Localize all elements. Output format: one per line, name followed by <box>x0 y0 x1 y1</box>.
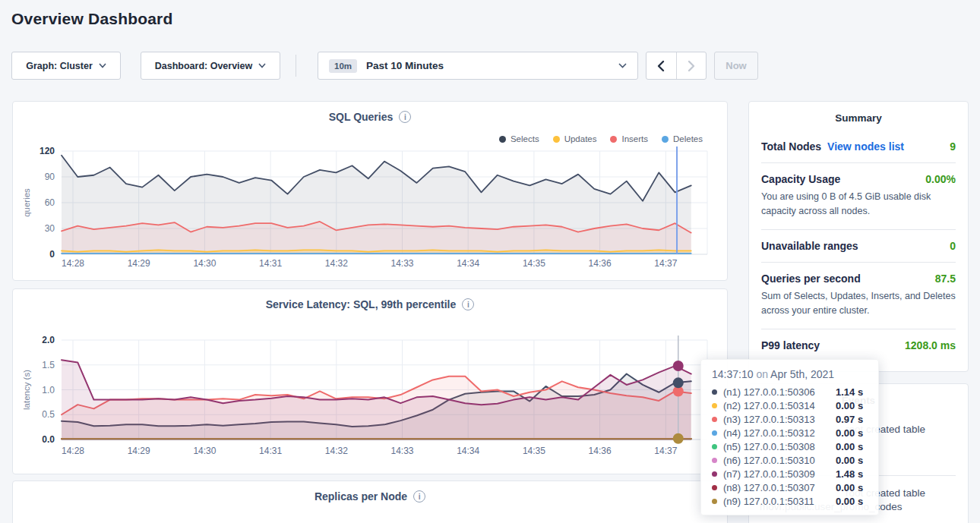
service-latency-chart[interactable]: 14:2814:2914:3014:3114:3214:3314:3414:35… <box>13 289 729 475</box>
graph-dropdown-label: Graph: Cluster <box>26 61 93 71</box>
svg-text:14:36: 14:36 <box>589 258 612 269</box>
chevron-down-icon <box>618 63 627 68</box>
svg-text:14:32: 14:32 <box>325 258 348 269</box>
tooltip-node-row: (n6) 127.0.0.1:503100.00 s <box>712 453 868 467</box>
svg-text:14:28: 14:28 <box>62 258 84 269</box>
time-prev-button[interactable] <box>646 52 676 79</box>
svg-text:14:34: 14:34 <box>457 258 479 269</box>
series-color-dot <box>712 417 717 422</box>
graph-dropdown[interactable]: Graph: Cluster <box>11 52 121 80</box>
tooltip-node-label: (n6) 127.0.0.1:50310 <box>723 455 836 466</box>
tooltip-node-row: (n5) 127.0.0.1:503080.00 s <box>712 440 868 453</box>
chart-hover-tooltip: 14:37:10 on Apr 5th, 2021 (n1) 127.0.0.1… <box>700 359 879 515</box>
tooltip-node-row: (n1) 127.0.0.1:503061.14 s <box>712 385 868 399</box>
svg-text:14:30: 14:30 <box>193 258 216 269</box>
sql-queries-card: SQL Queries i Selects Updates Inserts De… <box>12 101 728 281</box>
summary-value: 9 <box>950 140 956 153</box>
svg-text:14:29: 14:29 <box>128 258 150 269</box>
svg-text:14:34: 14:34 <box>457 446 479 456</box>
divider <box>761 262 956 263</box>
svg-text:14:37: 14:37 <box>654 258 677 269</box>
chevron-down-icon <box>258 63 266 68</box>
summary-row-p99: P99 latency 1208.0 ms <box>761 339 956 351</box>
svg-text:14:37: 14:37 <box>654 446 677 456</box>
svg-text:14:33: 14:33 <box>390 258 413 269</box>
svg-text:14:30: 14:30 <box>193 446 216 456</box>
time-range-dropdown[interactable]: 10m Past 10 Minutes <box>318 52 638 80</box>
dashboard-dropdown[interactable]: Dashboard: Overview <box>141 52 280 80</box>
series-color-dot <box>712 444 717 449</box>
replicas-per-node-card: Replicas per Node i <box>12 480 728 523</box>
tooltip-node-value: 0.97 s <box>836 414 863 425</box>
svg-text:14:36: 14:36 <box>589 446 612 456</box>
summary-row-unavailable-ranges: Unavailable ranges 0 <box>761 240 956 252</box>
divider <box>761 329 956 329</box>
summary-desc: Sum of Selects, Updates, Inserts, and De… <box>761 289 956 319</box>
tooltip-node-label: (n8) 127.0.0.1:50307 <box>723 482 836 493</box>
svg-text:0: 0 <box>49 249 55 260</box>
service-latency-card: Service Latency: SQL, 99th percentile i … <box>12 288 728 474</box>
summary-row-capacity: Capacity Usage 0.00% <box>761 173 956 185</box>
summary-value: 1208.0 ms <box>905 339 956 351</box>
tooltip-node-value: 0.00 s <box>836 427 863 439</box>
chevron-down-icon <box>99 63 106 68</box>
info-icon[interactable]: i <box>413 490 425 503</box>
summary-label: P99 latency <box>761 339 820 351</box>
tooltip-node-label: (n3) 127.0.0.1:50313 <box>723 414 836 425</box>
tooltip-node-value: 0.00 s <box>836 400 863 411</box>
svg-text:0.0: 0.0 <box>42 434 55 445</box>
tooltip-node-value: 1.48 s <box>836 468 863 480</box>
time-next-button[interactable] <box>676 52 707 79</box>
time-step-buttons <box>646 52 707 80</box>
time-range-label: Past 10 Minutes <box>366 60 444 71</box>
svg-text:14:31: 14:31 <box>259 446 282 456</box>
tooltip-node-value: 0.00 s <box>836 441 863 452</box>
series-color-dot <box>712 499 717 504</box>
summary-label: Queries per second <box>761 273 861 285</box>
divider <box>761 229 956 230</box>
dashboard-dropdown-label: Dashboard: Overview <box>155 61 253 71</box>
tooltip-node-value: 0.00 s <box>836 496 863 507</box>
divider <box>761 162 956 163</box>
series-color-dot <box>712 430 717 436</box>
series-color-dot <box>712 389 717 395</box>
view-nodes-list-link[interactable]: View nodes list <box>827 140 904 153</box>
chart-title-text: Replicas per Node <box>315 490 407 503</box>
summary-label: Total Nodes <box>761 140 821 153</box>
svg-text:14:33: 14:33 <box>390 446 413 456</box>
summary-value: 0.00% <box>925 173 956 185</box>
tooltip-node-label: (n2) 127.0.0.1:50314 <box>723 400 836 411</box>
svg-text:14:31: 14:31 <box>259 258 282 269</box>
tooltip-node-label: (n4) 127.0.0.1:50312 <box>723 427 836 439</box>
tooltip-node-label: (n9) 127.0.0.1:50311 <box>723 496 836 507</box>
series-color-dot <box>712 403 717 408</box>
svg-text:latency (s): latency (s) <box>22 370 31 410</box>
svg-text:30: 30 <box>45 223 55 234</box>
summary-desc: You are using 0 B of 4.5 GiB usable disk… <box>761 190 956 219</box>
replicas-per-node-title: Replicas per Node i <box>13 490 727 503</box>
svg-text:14:28: 14:28 <box>62 446 84 456</box>
time-range-badge: 10m <box>329 59 357 73</box>
tooltip-node-row: (n3) 127.0.0.1:503130.97 s <box>712 412 868 426</box>
tooltip-node-row: (n9) 127.0.0.1:503110.00 s <box>712 494 868 508</box>
summary-label: Capacity Usage <box>761 173 840 185</box>
svg-text:60: 60 <box>45 197 55 208</box>
svg-text:0.5: 0.5 <box>42 409 55 420</box>
now-button[interactable]: Now <box>714 52 758 80</box>
tooltip-node-row: (n7) 127.0.0.1:503091.48 s <box>712 467 868 480</box>
svg-text:120: 120 <box>40 146 55 156</box>
tooltip-node-row: (n8) 127.0.0.1:503070.00 s <box>712 480 868 494</box>
summary-row-total-nodes: Total Nodes View nodes list 9 <box>761 140 956 153</box>
tooltip-node-label: (n1) 127.0.0.1:50306 <box>723 386 836 398</box>
summary-row-qps: Queries per second 87.5 <box>761 273 956 285</box>
tooltip-node-value: 0.00 s <box>836 482 863 493</box>
tooltip-node-row: (n2) 127.0.0.1:503140.00 s <box>712 399 868 412</box>
tooltip-node-rows: (n1) 127.0.0.1:503061.14 s(n2) 127.0.0.1… <box>712 385 868 508</box>
overview-dashboard-page: Overview Dashboard Graph: Cluster Dashbo… <box>0 0 980 523</box>
sql-queries-chart[interactable]: 14:2814:2914:3014:3114:3214:3314:3414:35… <box>13 102 729 282</box>
svg-text:14:32: 14:32 <box>325 446 348 456</box>
svg-text:14:29: 14:29 <box>128 446 150 456</box>
series-color-dot <box>712 485 717 490</box>
summary-panel: Summary Total Nodes View nodes list 9 Ca… <box>748 101 969 372</box>
tooltip-node-value: 0.00 s <box>836 455 863 466</box>
